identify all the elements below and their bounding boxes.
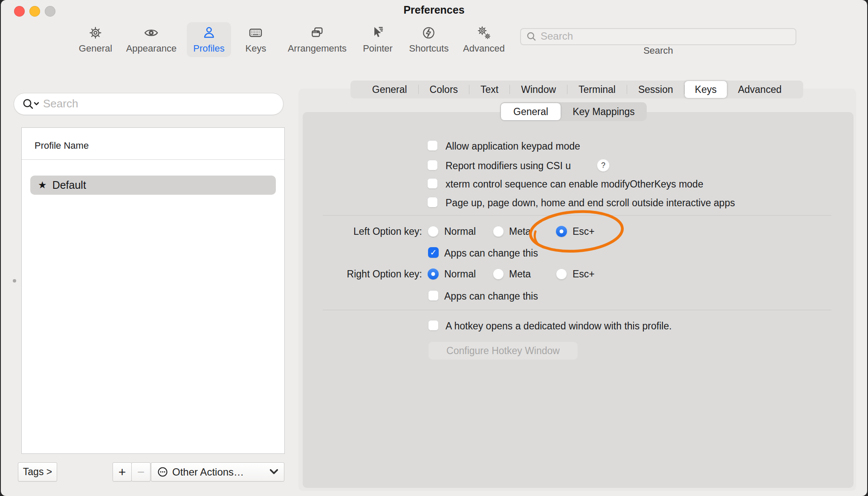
chevron-down-icon — [270, 469, 278, 475]
gears-icon — [476, 25, 492, 41]
checkbox-label: Allow application keypad mode — [446, 141, 580, 152]
left-option-key-label: Left Option key: — [295, 226, 422, 237]
toolbar-label: Pointer — [363, 43, 393, 54]
keyboard-icon — [248, 25, 264, 41]
toolbar-label: General — [79, 43, 112, 54]
toolbar-item-keys[interactable]: Keys — [246, 25, 266, 54]
search-icon — [526, 31, 537, 42]
radio-right-normal[interactable] — [428, 268, 439, 280]
checkbox-right-apps-can-change[interactable] — [428, 290, 439, 301]
radio-left-meta[interactable] — [493, 226, 504, 237]
add-profile-button[interactable]: + — [113, 462, 132, 482]
checkbox-label: Apps can change this — [444, 291, 538, 302]
radio-label: Esc+ — [573, 268, 595, 280]
profile-name: Default — [52, 179, 86, 191]
divider — [323, 310, 831, 310]
toolbar-item-advanced[interactable]: Advanced — [463, 25, 505, 54]
profile-search-field[interactable] — [14, 93, 284, 115]
radio-left-esc[interactable] — [556, 226, 567, 237]
checkbox-left-apps-can-change[interactable] — [428, 247, 439, 258]
checkbox-csi-u[interactable] — [427, 160, 438, 170]
toolbar-item-pointer[interactable]: Pointer — [363, 25, 393, 54]
profile-search-input[interactable] — [41, 97, 283, 111]
bolt-circle-icon — [421, 25, 437, 41]
divider — [323, 215, 831, 216]
eye-icon — [143, 25, 159, 41]
checkbox-label: Page up, page down, home and end scroll … — [446, 197, 735, 209]
checkbox-label: xterm control sequence can enable modify… — [446, 179, 703, 190]
search-filter-icon — [22, 98, 41, 110]
toolbar-item-profiles[interactable]: Profiles — [193, 25, 224, 54]
radio-right-esc[interactable] — [556, 268, 567, 280]
star-icon: ★ — [38, 179, 47, 191]
keys-subtab-bar: General Key Mappings — [500, 102, 647, 121]
toolbar-label: Shortcuts — [409, 43, 449, 54]
configure-hotkey-window-button[interactable]: Configure Hotkey Window — [428, 341, 578, 360]
window-title: Preferences — [1, 4, 867, 16]
radio-label: Normal — [444, 268, 476, 280]
windows-icon — [309, 25, 325, 41]
gear-icon — [87, 25, 104, 41]
radio-label: Meta — [509, 226, 531, 237]
radio-label: Normal — [444, 226, 476, 237]
tab-colors[interactable]: Colors — [419, 81, 469, 98]
tab-general[interactable]: General — [361, 81, 418, 98]
circled-ellipsis-icon — [157, 466, 168, 478]
tab-text[interactable]: Text — [469, 81, 509, 98]
preferences-window: Preferences General Appearance Profiles — [1, 0, 867, 496]
tab-window[interactable]: Window — [510, 81, 567, 98]
help-button[interactable]: ? — [597, 159, 610, 172]
checkbox-keypad-mode[interactable] — [427, 140, 438, 151]
subtab-general[interactable]: General — [501, 103, 561, 120]
radio-left-normal[interactable] — [428, 226, 439, 237]
screenshot: Preferences General Appearance Profiles — [0, 0, 868, 496]
toolbar-label: Appearance — [126, 43, 177, 54]
toolbar-item-appearance[interactable]: Appearance — [126, 25, 177, 54]
checkbox-label: Apps can change this — [444, 248, 538, 259]
toolbar-item-general[interactable]: General — [79, 25, 112, 54]
toolbar-label: Profiles — [193, 43, 224, 54]
toolbar-search-input[interactable] — [537, 30, 796, 43]
radio-right-meta[interactable] — [493, 268, 504, 280]
toolbar-label: Advanced — [463, 43, 505, 54]
toolbar-label: Keys — [246, 43, 266, 54]
right-option-key-label: Right Option key: — [295, 268, 422, 280]
keys-general-pane — [303, 112, 854, 488]
checkbox-label: A hotkey opens a dedicated window with t… — [446, 320, 672, 332]
divider — [22, 159, 284, 160]
subtab-key-mappings[interactable]: Key Mappings — [561, 103, 647, 120]
toolbar-search-caption: Search — [520, 45, 796, 56]
checkbox-modify-other-keys[interactable] — [427, 178, 438, 189]
toolbar-search-field[interactable] — [520, 28, 796, 45]
checkbox-hotkey-window[interactable] — [428, 320, 439, 331]
profile-tab-bar: General Colors Text Window Terminal Sess… — [350, 81, 803, 98]
remove-profile-button[interactable]: − — [131, 462, 150, 482]
tab-session[interactable]: Session — [627, 81, 684, 98]
radio-label: Meta — [509, 268, 531, 280]
profile-row-default[interactable]: ★ Default — [30, 176, 276, 195]
toolbar-label: Arrangements — [288, 43, 347, 54]
checkbox-page-scroll[interactable] — [427, 197, 438, 208]
checkbox-label: Report modifiers using CSI u — [446, 160, 571, 172]
scroll-dot — [13, 279, 16, 283]
profile-list-column-header: Profile Name — [35, 140, 89, 151]
radio-label: Esc+ — [573, 226, 595, 237]
person-icon — [201, 25, 217, 41]
toolbar-item-arrangements[interactable]: Arrangements — [288, 25, 347, 54]
tab-terminal[interactable]: Terminal — [567, 81, 627, 98]
profile-list: Profile Name ★ Default — [21, 127, 285, 454]
cursor-icon — [370, 25, 386, 41]
tab-keys[interactable]: Keys — [685, 81, 727, 98]
tab-advanced[interactable]: Advanced — [727, 81, 793, 98]
other-actions-dropdown[interactable]: Other Actions… — [151, 462, 284, 482]
tags-button[interactable]: Tags > — [18, 462, 57, 482]
toolbar-item-shortcuts[interactable]: Shortcuts — [409, 25, 449, 54]
other-actions-label: Other Actions… — [172, 466, 244, 478]
